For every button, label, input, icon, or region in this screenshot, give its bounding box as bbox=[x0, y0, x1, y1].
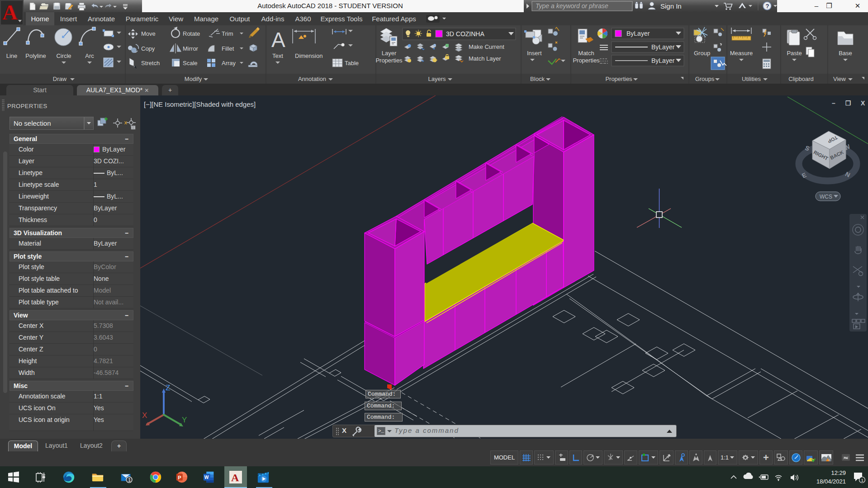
svg-text:Layers: Layers bbox=[428, 76, 446, 82]
svg-text:A: A bbox=[2, 0, 18, 24]
svg-text:W: W bbox=[204, 475, 209, 480]
svg-text:Circle: Circle bbox=[56, 52, 71, 59]
svg-text:Dimension: Dimension bbox=[295, 52, 323, 59]
svg-text:3D COZINHA: 3D COZINHA bbox=[446, 30, 484, 38]
svg-text:Properties: Properties bbox=[605, 76, 632, 82]
svg-text:1: 1 bbox=[861, 478, 863, 483]
svg-text:Clipboard: Clipboard bbox=[788, 76, 814, 82]
svg-text:Type a keyword or phrase: Type a keyword or phrase bbox=[536, 2, 608, 9]
svg-text:ByLayer: ByLayer bbox=[626, 30, 650, 37]
svg-text:Y: Y bbox=[182, 416, 187, 424]
svg-text:Sign In: Sign In bbox=[660, 2, 682, 10]
svg-text:Polyline: Polyline bbox=[25, 52, 46, 59]
svg-text:Block: Block bbox=[530, 76, 545, 82]
svg-text:Scale: Scale bbox=[183, 60, 198, 66]
svg-text:Utilities: Utilities bbox=[742, 76, 761, 82]
svg-text:Properties: Properties bbox=[375, 57, 403, 64]
svg-text:Rotate: Rotate bbox=[183, 30, 200, 37]
svg-text:Z: Z bbox=[166, 384, 170, 392]
svg-text:Paste: Paste bbox=[787, 50, 802, 57]
svg-text:P: P bbox=[178, 475, 181, 480]
svg-text:Fillet: Fillet bbox=[222, 45, 234, 52]
svg-text:A: A bbox=[271, 28, 285, 52]
svg-text:Modify: Modify bbox=[185, 76, 202, 82]
svg-text:WCS: WCS bbox=[820, 194, 832, 200]
svg-text:Insert: Insert bbox=[527, 50, 542, 57]
svg-text:Properties: Properties bbox=[573, 57, 600, 64]
svg-text:X: X bbox=[142, 411, 147, 420]
svg-text:Measure: Measure bbox=[730, 50, 753, 57]
svg-text:View: View bbox=[833, 76, 846, 82]
svg-text:Groups: Groups bbox=[695, 76, 715, 82]
svg-text:Match: Match bbox=[578, 50, 594, 57]
svg-text:ByLayer: ByLayer bbox=[651, 57, 675, 64]
svg-text:Mirror: Mirror bbox=[183, 45, 199, 52]
svg-text:Stretch: Stretch bbox=[141, 60, 160, 66]
svg-text:!: ! bbox=[829, 459, 830, 462]
svg-text:Annotation: Annotation bbox=[298, 76, 326, 82]
svg-text:Arc: Arc bbox=[85, 52, 94, 59]
svg-text:Group: Group bbox=[694, 50, 710, 57]
svg-text:?: ? bbox=[766, 3, 769, 9]
svg-text:Trim: Trim bbox=[222, 30, 233, 37]
svg-text:Base: Base bbox=[839, 50, 852, 57]
svg-text:Move: Move bbox=[141, 30, 156, 37]
svg-text:A: A bbox=[231, 472, 239, 483]
svg-text:Copy: Copy bbox=[141, 45, 155, 52]
svg-text:Array: Array bbox=[222, 60, 236, 66]
svg-text:1: 1 bbox=[128, 478, 131, 483]
svg-text:Match Layer: Match Layer bbox=[469, 55, 501, 62]
svg-text:Table: Table bbox=[345, 60, 359, 66]
svg-text:Draw: Draw bbox=[53, 76, 67, 82]
svg-text:ByLayer: ByLayer bbox=[651, 43, 675, 51]
svg-text:Line: Line bbox=[6, 52, 18, 59]
svg-text:Make Current: Make Current bbox=[469, 43, 504, 50]
svg-text:Text: Text bbox=[272, 52, 283, 59]
svg-text:Layer: Layer bbox=[382, 50, 397, 57]
